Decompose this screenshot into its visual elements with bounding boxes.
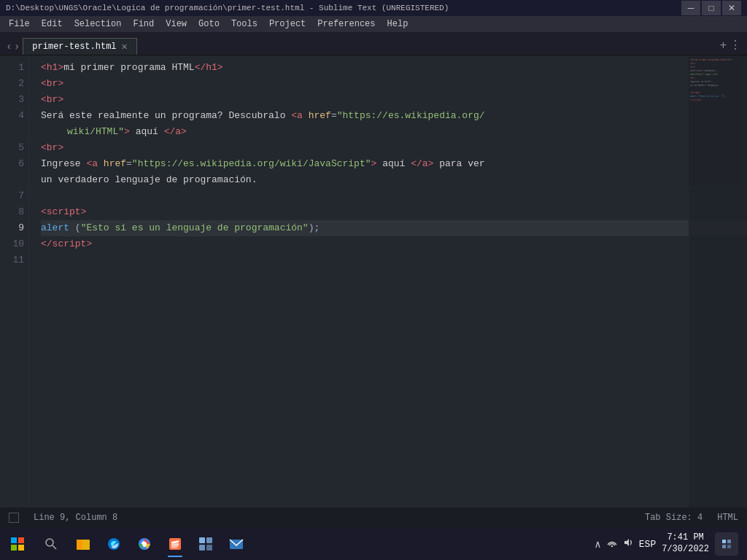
tab-nav: ‹ ›: [6, 40, 20, 55]
tab-next-button[interactable]: ›: [14, 40, 20, 52]
volume-icon[interactable]: [623, 537, 633, 551]
menu-preferences[interactable]: Preferences: [311, 16, 381, 32]
svg-point-11: [142, 542, 147, 546]
language-indicator[interactable]: ESP: [639, 539, 656, 550]
line-num-11: 11: [0, 252, 24, 268]
svg-rect-16: [206, 545, 212, 551]
maximize-button[interactable]: □: [702, 1, 721, 15]
svg-rect-13: [199, 537, 205, 543]
line-num-10: 10: [0, 236, 24, 252]
code-line-9: alert ("Esto sí es un lenguaje de progra…: [41, 220, 747, 236]
status-right: Tab Size: 4 HTML: [645, 513, 738, 523]
svg-rect-1: [18, 537, 24, 543]
menu-edit[interactable]: Edit: [36, 16, 69, 32]
edge-browser-icon[interactable]: [99, 529, 128, 559]
menu-view[interactable]: View: [160, 16, 193, 32]
line-num-6b: [0, 172, 24, 188]
tab-actions: + ⋮: [720, 38, 741, 55]
tab-bar: ‹ › primer-test.html ✕ + ⋮: [0, 32, 747, 55]
line-num-1: 1: [0, 60, 24, 76]
title-bar-controls: ─ □ ✕: [681, 1, 741, 15]
active-tab[interactable]: primer-test.html ✕: [23, 38, 136, 55]
chrome-browser-icon[interactable]: [130, 529, 159, 559]
line-num-6: 6: [0, 156, 24, 172]
title-bar: D:\Desktop\UNGS\Oracle\Logica de program…: [0, 0, 747, 16]
code-line-6a: Ingrese <a href="https://es.wikipedia.or…: [41, 156, 747, 172]
svg-rect-15: [199, 545, 205, 551]
status-syntax[interactable]: HTML: [717, 513, 738, 523]
code-editor[interactable]: <h1>mi primer programa HTML</h1> <br> <b…: [29, 55, 747, 508]
svg-rect-20: [727, 540, 731, 543]
minimize-button[interactable]: ─: [681, 1, 700, 15]
status-checkbox: [9, 513, 19, 523]
clock-date: 7/30/2022: [662, 544, 709, 556]
search-taskbar-icon[interactable]: [35, 529, 67, 559]
svg-rect-0: [11, 537, 17, 543]
sublime-text-icon[interactable]: [160, 529, 190, 559]
line-num-2: 2: [0, 76, 24, 92]
svg-line-5: [53, 545, 56, 549]
code-line-2: <br>: [41, 76, 747, 92]
menu-project[interactable]: Project: [263, 16, 311, 32]
minimap: <h1>mi primer programa HTML</h1> <br> <b…: [689, 55, 747, 508]
status-tab-size[interactable]: Tab Size: 4: [645, 513, 703, 523]
svg-rect-14: [206, 537, 212, 543]
tab-label: primer-test.html: [32, 42, 116, 52]
line-num-4b: [0, 124, 24, 140]
line-num-7: 7: [0, 188, 24, 204]
status-bar: Line 9, Column 8 Tab Size: 4 HTML: [0, 508, 747, 528]
menu-bar: File Edit Selection Find View Goto Tools…: [0, 16, 747, 32]
start-button[interactable]: [3, 529, 32, 559]
svg-rect-21: [722, 545, 726, 548]
svg-rect-8: [77, 540, 82, 542]
network-icon[interactable]: [607, 537, 617, 551]
menu-goto[interactable]: Goto: [193, 16, 225, 32]
line-num-4: 4: [0, 108, 24, 124]
code-line-3: <br>: [41, 92, 747, 108]
svg-rect-3: [18, 545, 24, 551]
code-line-4a: Será este realmente un programa? Descubr…: [41, 108, 747, 124]
notification-center[interactable]: [715, 532, 738, 556]
title-bar-text: D:\Desktop\UNGS\Oracle\Logica de program…: [6, 4, 449, 12]
svg-point-18: [611, 545, 613, 547]
code-line-7: [41, 188, 747, 204]
tab-prev-button[interactable]: ‹: [6, 40, 12, 52]
taskbar-icons: [35, 529, 251, 559]
code-line-4b: wiki/HTML"> aquí </a>: [41, 124, 747, 140]
taskbar-tray: ∧ ESP 7:41 PM 7/30/2022: [595, 532, 744, 556]
menu-file[interactable]: File: [3, 16, 36, 32]
line-numbers: 1 2 3 4 5 6 7 8 9 10 11: [0, 55, 29, 508]
tab-close-button[interactable]: ✕: [121, 42, 128, 52]
menu-help[interactable]: Help: [382, 16, 414, 32]
code-line-10: </script>: [41, 236, 747, 252]
mail-icon[interactable]: [222, 529, 251, 559]
system-clock[interactable]: 7:41 PM 7/30/2022: [662, 532, 709, 555]
code-line-8: <script>: [41, 204, 747, 220]
line-num-8: 8: [0, 204, 24, 220]
chevron-up-icon[interactable]: ∧: [595, 538, 600, 551]
file-explorer-icon[interactable]: [69, 529, 98, 559]
editor-container: 1 2 3 4 5 6 7 8 9 10 11 <h1>mi primer pr…: [0, 55, 747, 508]
svg-point-4: [46, 539, 53, 546]
line-num-3: 3: [0, 92, 24, 108]
menu-selection[interactable]: Selection: [69, 16, 128, 32]
line-num-5: 5: [0, 140, 24, 156]
code-line-11: [41, 252, 747, 268]
code-line-6b: un verdadero lenguaje de programación.: [41, 172, 747, 188]
tab-menu-button[interactable]: ⋮: [729, 38, 741, 52]
svg-rect-19: [722, 540, 726, 543]
taskbar: ∧ ESP 7:41 PM 7/30/2022: [0, 528, 747, 560]
close-button[interactable]: ✕: [722, 1, 741, 15]
task-view-icon[interactable]: [191, 529, 220, 559]
menu-find[interactable]: Find: [127, 16, 160, 32]
code-line-1: <h1>mi primer programa HTML</h1>: [41, 60, 747, 76]
svg-rect-22: [727, 545, 731, 548]
line-num-9: 9: [0, 220, 24, 236]
code-line-5: <br>: [41, 140, 747, 156]
new-tab-button[interactable]: +: [720, 39, 727, 52]
svg-rect-2: [11, 545, 17, 551]
menu-tools[interactable]: Tools: [225, 16, 263, 32]
clock-time: 7:41 PM: [662, 532, 709, 544]
status-line-col[interactable]: Line 9, Column 8: [34, 513, 117, 523]
